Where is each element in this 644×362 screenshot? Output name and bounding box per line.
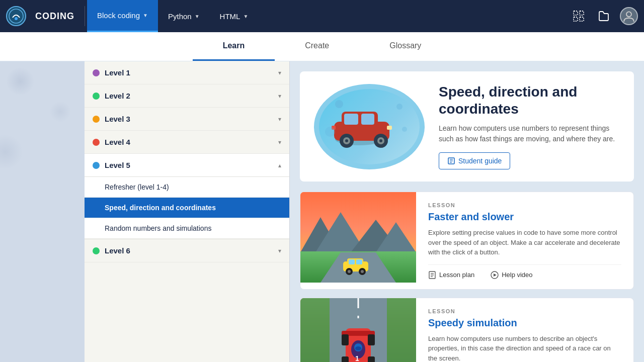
lesson-card-speedy-simulation: 1 LESSON Speedy simulation Learn how com… [300,298,634,362]
hero-description: Learn how computers use numbers to repre… [439,123,620,144]
chevron-down-icon: ▾ [278,93,281,100]
profile-button[interactable] [620,7,638,25]
svg-point-17 [379,139,382,142]
svg-rect-63 [368,334,375,345]
lesson1-help-video-link[interactable]: Help video [491,271,532,279]
chevron-down-icon: ▼ [243,14,248,19]
level6-label: Level 6 [105,246,273,255]
level5-dot [93,162,100,169]
svg-text:1: 1 [355,354,359,362]
nav-block-coding[interactable]: Block coding ▼ [87,0,158,32]
svg-point-40 [348,270,351,273]
chevron-down-icon: ▾ [278,139,281,146]
svg-rect-2 [574,11,578,15]
new-button[interactable] [570,7,588,25]
logo-icon [6,6,26,26]
sidebar: Level 1 ▾ Level 2 ▾ Level 3 ▾ Level 4 ▾ … [85,61,290,362]
level1-dot [93,69,100,76]
hero-image [314,84,425,169]
nav-html[interactable]: HTML ▼ [210,0,259,32]
level1-label: Level 1 [105,68,273,77]
level5-label: Level 5 [105,161,273,169]
sidebar-item-level2[interactable]: Level 2 ▾ [85,84,289,108]
lesson-body-speedy-simulation: LESSON Speedy simulation Learn how compu… [416,298,633,362]
sidebar-item-level4[interactable]: Level 4 ▾ [85,131,289,154]
lesson2-title: Speedy simulation [428,317,621,329]
svg-point-42 [361,270,364,273]
svg-point-23 [325,127,335,137]
lesson1-tag: LESSON [428,202,621,208]
chevron-down-icon: ▾ [278,116,281,123]
hero-card: Speed, direction and coordinates Learn h… [300,71,634,182]
chevron-down-icon: ▾ [278,247,281,254]
svg-rect-65 [368,356,375,362]
svg-rect-3 [580,11,584,15]
tab-glossary[interactable]: Glossary [359,32,451,61]
sidebar-item-level3[interactable]: Level 3 ▾ [85,108,289,131]
lesson1-description: Explore setting precise values in code t… [428,228,621,257]
hero-title: Speed, direction and coordinates [439,83,620,117]
sidebar-item-random-numbers[interactable]: Random numbers and simulations [85,218,289,239]
navbar-right [570,7,638,25]
svg-rect-10 [344,114,358,125]
svg-rect-5 [580,17,584,21]
nav-python[interactable]: Python ▼ [158,0,210,32]
svg-rect-18 [387,126,392,130]
lesson1-footer: Lesson plan Help video [428,264,621,279]
sidebar-item-level1[interactable]: Level 1 ▾ [85,61,289,84]
chevron-down-icon: ▼ [143,13,148,18]
svg-point-22 [402,127,407,132]
main-layout: Level 1 ▾ Level 2 ▾ Level 3 ▾ Level 4 ▾ … [0,61,644,362]
level4-label: Level 4 [105,138,273,146]
svg-rect-4 [574,17,578,21]
svg-point-1 [15,17,18,20]
lesson1-plan-link[interactable]: Lesson plan [428,271,474,279]
tab-create[interactable]: Create [275,32,359,61]
svg-rect-51 [386,298,416,362]
level2-dot [93,93,100,100]
svg-point-20 [335,100,343,108]
level3-dot [93,116,100,123]
brand-label: CODING [31,11,83,22]
lesson-card-faster-slower: LESSON Faster and slower Explore setting… [300,192,634,290]
svg-point-14 [345,139,348,142]
level5-header[interactable]: Level 5 ▴ [85,154,289,177]
chevron-down-icon: ▾ [278,69,281,76]
sidebar-item-speed-direction[interactable]: Speed, direction and coordinates [85,198,289,218]
sidebar-item-level5: Level 5 ▴ Refresher (level 1-4) Speed, d… [85,154,289,239]
lesson2-tag: LESSON [428,308,621,314]
navbar: CODING Block coding ▼ Python ▼ HTML ▼ [0,0,644,32]
chevron-down-icon: ▼ [195,14,200,19]
main-content: Speed, direction and coordinates Learn h… [290,61,644,362]
play-icon [491,271,499,279]
tab-learn[interactable]: Learn [193,32,275,61]
nav-python-label: Python [168,12,192,21]
svg-point-59 [355,346,361,350]
subtabs-bar: Learn Create Glossary [0,32,644,61]
lesson-thumb-faster-slower [300,192,416,283]
logo-area: CODING [6,6,83,26]
level3-label: Level 3 [105,115,273,123]
svg-rect-62 [342,334,349,345]
files-button[interactable] [595,7,613,25]
nav-divider [85,6,85,26]
sidebar-item-refresher[interactable]: Refresher (level 1-4) [85,177,289,198]
lesson-thumb-speedy-simulation: 1 [300,298,416,362]
lesson2-description: Learn how computers use numbers to descr… [428,334,621,362]
svg-rect-64 [342,356,349,362]
svg-point-6 [626,12,631,17]
svg-rect-50 [300,298,331,362]
svg-point-21 [396,104,403,110]
svg-point-0 [9,9,23,23]
lesson-body-faster-slower: LESSON Faster and slower Explore setting… [416,192,633,289]
svg-rect-38 [356,259,362,264]
chevron-up-icon: ▴ [278,162,281,169]
document-icon [428,271,436,279]
hero-text: Speed, direction and coordinates Learn h… [439,83,620,169]
level6-dot [93,247,100,254]
svg-rect-11 [361,114,374,125]
sidebar-item-level6[interactable]: Level 6 ▾ [85,239,289,262]
nav-html-label: HTML [220,12,240,21]
level4-dot [93,139,100,146]
student-guide-button[interactable]: Student guide [439,152,510,169]
